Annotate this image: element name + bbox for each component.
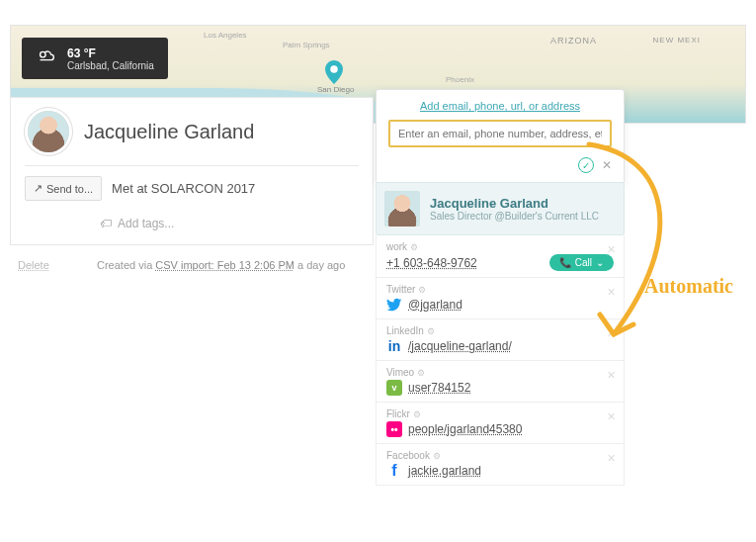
contact-card: Jacqueline Garland ↗ Send to... Met at S… <box>10 97 374 245</box>
add-email-phone-link[interactable]: Add email, phone, url, or address <box>388 100 612 112</box>
map-label-palmsprings: Palm Springs <box>283 41 330 49</box>
chevron-down-icon: ⌄ <box>596 257 604 268</box>
detail-label: Facebook <box>386 450 430 461</box>
map-label-newmexico: NEW MEXI <box>653 36 701 45</box>
remove-icon[interactable]: ✕ <box>607 286 616 299</box>
contact-avatar <box>25 108 72 155</box>
delete-link[interactable]: Delete <box>18 259 49 271</box>
detail-facebook: Facebook ⚙ f jackie.garland ✕ <box>376 444 625 486</box>
created-import-link[interactable]: CSV import: Feb 13 2:06 PM <box>155 259 294 271</box>
add-contact-popup: Add email, phone, url, or address ✓ ✕ <box>376 89 625 184</box>
gear-icon[interactable]: ⚙ <box>433 451 441 461</box>
remove-icon[interactable]: ✕ <box>607 452 616 465</box>
detail-label: LinkedIn <box>386 325 424 336</box>
send-to-button[interactable]: ↗ Send to... <box>25 176 102 201</box>
detail-label: Vimeo <box>386 367 414 378</box>
detail-twitter: Twitter ⚙ @jgarland ✕ <box>376 278 625 319</box>
facebook-icon: f <box>386 463 402 479</box>
contact-info-input[interactable] <box>388 120 612 147</box>
detail-label: Flickr <box>386 408 410 419</box>
call-label: Call <box>575 257 592 268</box>
detail-label: work <box>386 241 407 252</box>
flickr-icon: •• <box>386 421 402 437</box>
remove-icon[interactable]: ✕ <box>607 369 616 382</box>
created-prefix: Created via <box>97 259 155 271</box>
phone-icon: 📞 <box>559 257 571 268</box>
vimeo-link[interactable]: user784152 <box>408 381 470 395</box>
weather-temp: 63 °F <box>67 46 154 60</box>
created-suffix: a day ago <box>294 259 345 271</box>
twitter-icon <box>386 297 402 313</box>
confirm-icon[interactable]: ✓ <box>578 157 594 173</box>
contact-subtitle: Met at SOLARCON 2017 <box>112 181 255 196</box>
map-pin-icon <box>325 60 343 88</box>
weather-widget: 63 °F Carlsbad, California <box>22 38 168 79</box>
gear-icon[interactable]: ⚙ <box>413 409 421 419</box>
profile-header: Jacqueline Garland Sales Director @Build… <box>376 182 625 235</box>
cancel-icon[interactable]: ✕ <box>602 158 612 172</box>
gear-icon[interactable]: ⚙ <box>410 242 418 252</box>
call-button[interactable]: 📞 Call ⌄ <box>549 254 614 271</box>
weather-icon <box>36 45 57 71</box>
phone-link[interactable]: +1 603-648-9762 <box>386 256 477 270</box>
map-label-arizona: ARIZONA <box>550 36 597 45</box>
contact-name: Jacqueline Garland <box>84 121 254 143</box>
detail-vimeo: Vimeo ⚙ v user784152 ✕ <box>376 361 625 403</box>
profile-name: Jacqueline Garland <box>430 196 599 211</box>
annotation: Automatic <box>644 275 733 298</box>
created-text: Created via CSV import: Feb 13 2:06 PM a… <box>97 259 345 271</box>
remove-icon[interactable]: ✕ <box>607 410 616 423</box>
contact-details: Jacqueline Garland Sales Director @Build… <box>376 172 625 486</box>
detail-flickr: Flickr ⚙ •• people/jgarland45380 ✕ <box>376 403 625 444</box>
linkedin-icon: in <box>386 338 402 354</box>
detail-label: Twitter <box>386 284 415 295</box>
tag-icon: 🏷 <box>100 217 112 230</box>
detail-work: work ⚙ +1 603-648-9762 📞 Call ⌄ ✕ <box>376 235 625 278</box>
twitter-link[interactable]: @jgarland <box>408 298 462 312</box>
remove-icon[interactable]: ✕ <box>607 243 616 256</box>
add-tags-button[interactable]: 🏷 Add tags... <box>11 211 373 236</box>
linkedin-link[interactable]: /jacqueline-garland/ <box>408 339 512 353</box>
gear-icon[interactable]: ⚙ <box>417 368 425 378</box>
detail-linkedin: LinkedIn ⚙ in /jacqueline-garland/ ✕ <box>376 319 625 361</box>
profile-title: Sales Director @Builder's Current LLC <box>430 211 599 222</box>
weather-location: Carlsbad, California <box>67 60 154 71</box>
remove-icon[interactable]: ✕ <box>607 327 616 340</box>
flickr-link[interactable]: people/jgarland45380 <box>408 422 522 436</box>
vimeo-icon: v <box>386 380 402 396</box>
map-label-losangeles: Los Angeles <box>204 31 247 40</box>
add-tags-label: Add tags... <box>118 217 174 230</box>
annotation-text: Automatic <box>644 275 733 297</box>
gear-icon[interactable]: ⚙ <box>418 285 426 295</box>
facebook-link[interactable]: jackie.garland <box>408 464 481 478</box>
svg-point-0 <box>330 65 338 73</box>
gear-icon[interactable]: ⚙ <box>427 326 435 336</box>
profile-avatar <box>384 191 420 226</box>
send-to-label: Send to... <box>46 183 93 195</box>
map-label-phoenix: Phoenix <box>446 75 474 84</box>
share-icon: ↗ <box>34 182 42 195</box>
